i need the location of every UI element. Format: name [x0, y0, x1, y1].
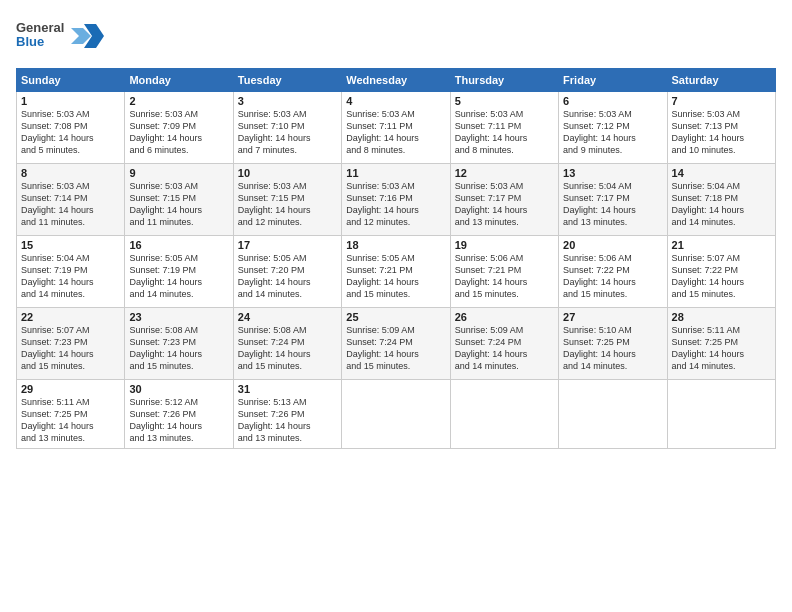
cell-line: and 15 minutes.: [563, 288, 662, 300]
cell-2-1: 8Sunrise: 5:03 AMSunset: 7:14 PMDaylight…: [17, 164, 125, 236]
cell-line: Sunrise: 5:04 AM: [21, 252, 120, 264]
cell-line: Daylight: 14 hours: [563, 348, 662, 360]
cell-line: and 13 minutes.: [563, 216, 662, 228]
cell-line: Daylight: 14 hours: [563, 204, 662, 216]
cell-line: Sunset: 7:10 PM: [238, 120, 337, 132]
cell-line: Sunrise: 5:07 AM: [672, 252, 771, 264]
cell-3-5: 19Sunrise: 5:06 AMSunset: 7:21 PMDayligh…: [450, 236, 558, 308]
cell-line: Sunset: 7:25 PM: [672, 336, 771, 348]
day-number: 15: [21, 239, 120, 251]
cell-line: Sunrise: 5:03 AM: [238, 180, 337, 192]
cell-line: Sunrise: 5:03 AM: [672, 108, 771, 120]
cell-2-5: 12Sunrise: 5:03 AMSunset: 7:17 PMDayligh…: [450, 164, 558, 236]
cell-line: Sunset: 7:22 PM: [672, 264, 771, 276]
cell-3-7: 21Sunrise: 5:07 AMSunset: 7:22 PMDayligh…: [667, 236, 775, 308]
cell-line: and 13 minutes.: [455, 216, 554, 228]
logo-text: General Blue: [16, 16, 106, 62]
cell-line: Sunrise: 5:03 AM: [455, 180, 554, 192]
header-friday: Friday: [559, 69, 667, 92]
day-number: 25: [346, 311, 445, 323]
day-number: 26: [455, 311, 554, 323]
cell-5-4: [342, 380, 450, 449]
cell-line: Daylight: 14 hours: [238, 420, 337, 432]
day-number: 31: [238, 383, 337, 395]
cell-line: and 15 minutes.: [346, 288, 445, 300]
cell-line: Sunset: 7:24 PM: [346, 336, 445, 348]
week-row-3: 15Sunrise: 5:04 AMSunset: 7:19 PMDayligh…: [17, 236, 776, 308]
cell-line: Sunset: 7:23 PM: [21, 336, 120, 348]
cell-2-4: 11Sunrise: 5:03 AMSunset: 7:16 PMDayligh…: [342, 164, 450, 236]
cell-line: Sunset: 7:15 PM: [129, 192, 228, 204]
cell-line: Daylight: 14 hours: [21, 420, 120, 432]
day-number: 13: [563, 167, 662, 179]
day-number: 3: [238, 95, 337, 107]
cell-line: Daylight: 14 hours: [563, 132, 662, 144]
cell-line: Daylight: 14 hours: [238, 348, 337, 360]
cell-line: Sunset: 7:25 PM: [563, 336, 662, 348]
cell-line: Daylight: 14 hours: [129, 420, 228, 432]
cell-line: Sunrise: 5:09 AM: [346, 324, 445, 336]
cell-line: Sunrise: 5:08 AM: [129, 324, 228, 336]
day-number: 21: [672, 239, 771, 251]
cell-line: Sunset: 7:24 PM: [238, 336, 337, 348]
logo: General Blue: [16, 16, 106, 62]
cell-line: Sunset: 7:22 PM: [563, 264, 662, 276]
cell-line: Sunset: 7:13 PM: [672, 120, 771, 132]
day-number: 10: [238, 167, 337, 179]
cell-2-2: 9Sunrise: 5:03 AMSunset: 7:15 PMDaylight…: [125, 164, 233, 236]
cell-line: and 5 minutes.: [21, 144, 120, 156]
cell-line: Sunset: 7:17 PM: [563, 192, 662, 204]
header-tuesday: Tuesday: [233, 69, 341, 92]
cell-line: Daylight: 14 hours: [346, 132, 445, 144]
cell-4-1: 22Sunrise: 5:07 AMSunset: 7:23 PMDayligh…: [17, 308, 125, 380]
cell-line: Daylight: 14 hours: [346, 204, 445, 216]
cell-5-2: 30Sunrise: 5:12 AMSunset: 7:26 PMDayligh…: [125, 380, 233, 449]
week-row-2: 8Sunrise: 5:03 AMSunset: 7:14 PMDaylight…: [17, 164, 776, 236]
cell-5-7: [667, 380, 775, 449]
cell-line: Sunrise: 5:04 AM: [563, 180, 662, 192]
cell-2-6: 13Sunrise: 5:04 AMSunset: 7:17 PMDayligh…: [559, 164, 667, 236]
cell-line: and 12 minutes.: [346, 216, 445, 228]
cell-line: and 14 minutes.: [21, 288, 120, 300]
page: General Blue SundayMondayTuesdayWednesda…: [0, 0, 792, 612]
cell-line: Sunset: 7:11 PM: [455, 120, 554, 132]
cell-line: Sunset: 7:11 PM: [346, 120, 445, 132]
day-number: 28: [672, 311, 771, 323]
cell-line: Daylight: 14 hours: [563, 276, 662, 288]
cell-line: Daylight: 14 hours: [21, 204, 120, 216]
cell-line: and 11 minutes.: [129, 216, 228, 228]
cell-line: and 14 minutes.: [129, 288, 228, 300]
cell-line: and 15 minutes.: [238, 360, 337, 372]
cell-line: Sunset: 7:21 PM: [346, 264, 445, 276]
day-number: 5: [455, 95, 554, 107]
cell-line: Daylight: 14 hours: [21, 348, 120, 360]
week-row-1: 1Sunrise: 5:03 AMSunset: 7:08 PMDaylight…: [17, 92, 776, 164]
cell-line: Sunset: 7:08 PM: [21, 120, 120, 132]
cell-line: Sunset: 7:21 PM: [455, 264, 554, 276]
cell-line: Sunset: 7:19 PM: [21, 264, 120, 276]
cell-5-5: [450, 380, 558, 449]
cell-line: Daylight: 14 hours: [238, 204, 337, 216]
cell-4-2: 23Sunrise: 5:08 AMSunset: 7:23 PMDayligh…: [125, 308, 233, 380]
cell-line: and 14 minutes.: [455, 360, 554, 372]
cell-line: Sunrise: 5:11 AM: [672, 324, 771, 336]
cell-3-6: 20Sunrise: 5:06 AMSunset: 7:22 PMDayligh…: [559, 236, 667, 308]
cell-line: Sunset: 7:26 PM: [238, 408, 337, 420]
cell-line: and 14 minutes.: [672, 216, 771, 228]
cell-line: Sunset: 7:09 PM: [129, 120, 228, 132]
cell-line: Sunset: 7:24 PM: [455, 336, 554, 348]
day-number: 18: [346, 239, 445, 251]
cell-1-5: 5Sunrise: 5:03 AMSunset: 7:11 PMDaylight…: [450, 92, 558, 164]
cell-line: and 14 minutes.: [238, 288, 337, 300]
cell-4-4: 25Sunrise: 5:09 AMSunset: 7:24 PMDayligh…: [342, 308, 450, 380]
day-number: 30: [129, 383, 228, 395]
cell-line: Daylight: 14 hours: [455, 348, 554, 360]
cell-1-7: 7Sunrise: 5:03 AMSunset: 7:13 PMDaylight…: [667, 92, 775, 164]
cell-line: Daylight: 14 hours: [129, 276, 228, 288]
cell-2-3: 10Sunrise: 5:03 AMSunset: 7:15 PMDayligh…: [233, 164, 341, 236]
cell-line: and 6 minutes.: [129, 144, 228, 156]
cell-line: Sunrise: 5:03 AM: [346, 180, 445, 192]
cell-1-2: 2Sunrise: 5:03 AMSunset: 7:09 PMDaylight…: [125, 92, 233, 164]
svg-marker-3: [71, 28, 91, 44]
header-sunday: Sunday: [17, 69, 125, 92]
